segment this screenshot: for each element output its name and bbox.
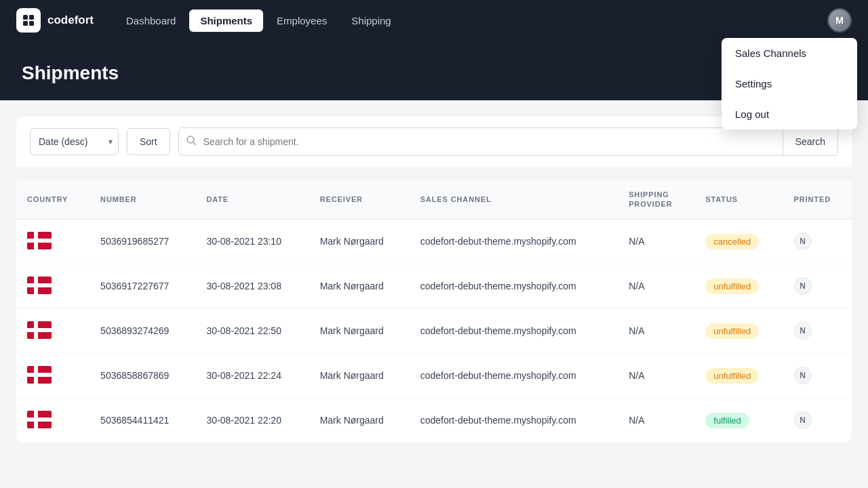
sort-select[interactable]: Date (desc) Date (asc) Number (asc) Numb…	[39, 136, 104, 147]
cell-date: 30-08-2021 22:50	[195, 308, 309, 353]
dropdown-settings[interactable]: Settings	[722, 68, 857, 99]
printed-badge: N	[794, 411, 812, 429]
table-row[interactable]: 5036858867869 30-08-2021 22:24 Mark Nørg…	[16, 353, 852, 398]
search-wrapper: Search	[178, 127, 838, 156]
avatar[interactable]: M	[827, 8, 852, 33]
cell-date: 30-08-2021 22:20	[195, 398, 309, 443]
avatar-initials: M	[829, 9, 850, 31]
col-shipping-provider: SHIPPINGPROVIDER	[618, 180, 694, 219]
cell-shipping-provider: N/A	[618, 398, 694, 443]
cell-country	[16, 219, 90, 264]
flag-dk-icon	[27, 277, 52, 294]
cell-shipping-provider: N/A	[618, 308, 694, 353]
printed-badge: N	[794, 322, 812, 340]
nav-dashboard[interactable]: Dashboard	[115, 9, 186, 32]
cell-sales-channel: codefort-debut-theme.myshopify.com	[410, 353, 618, 398]
logo-name: codefort	[47, 14, 94, 27]
printed-badge: N	[794, 232, 812, 250]
table-row[interactable]: 5036917227677 30-08-2021 23:08 Mark Nørg…	[16, 264, 852, 308]
cell-status: fulfilled	[694, 398, 783, 443]
cell-shipping-provider: N/A	[618, 353, 694, 398]
cell-sales-channel: codefort-debut-theme.myshopify.com	[410, 308, 618, 353]
cell-country	[16, 398, 90, 443]
cell-status: cancelled	[694, 219, 783, 264]
flag-dk-icon	[27, 411, 52, 428]
cell-status: unfulfilled	[694, 264, 783, 308]
nav-shipments[interactable]: Shipments	[189, 9, 263, 32]
cell-date: 30-08-2021 23:08	[195, 264, 309, 308]
cell-shipping-provider: N/A	[618, 264, 694, 308]
sort-button[interactable]: Sort	[127, 128, 170, 155]
col-date: DATE	[195, 180, 309, 219]
cell-printed: N	[783, 308, 852, 353]
col-sales-channel: SALES CHANNEL	[410, 180, 618, 219]
cell-receiver: Mark Nørgaard	[309, 264, 410, 308]
col-receiver: RECEIVER	[309, 180, 410, 219]
cell-date: 30-08-2021 22:24	[195, 353, 309, 398]
col-number: NUMBER	[90, 180, 195, 219]
svg-line-5	[193, 142, 196, 145]
cell-number: 5036854411421	[90, 398, 195, 443]
table-row[interactable]: 5036854411421 30-08-2021 22:20 Mark Nørg…	[16, 398, 852, 443]
cell-receiver: Mark Nørgaard	[309, 308, 410, 353]
cell-receiver: Mark Nørgaard	[309, 219, 410, 264]
printed-badge: N	[794, 367, 812, 384]
navbar: codefort Dashboard Shipments Employees S…	[0, 0, 868, 41]
status-badge: unfulfilled	[705, 368, 759, 384]
svg-rect-1	[29, 15, 34, 20]
flag-dk-icon	[27, 232, 52, 249]
cell-country	[16, 308, 90, 353]
logo-area[interactable]: codefort	[16, 8, 94, 33]
status-badge: cancelled	[705, 234, 759, 249]
col-printed: PRINTED	[783, 180, 852, 219]
dropdown-sales-channels[interactable]: Sales Channels	[722, 38, 857, 68]
status-badge: fulfilled	[705, 413, 749, 428]
cell-number: 5036919685277	[90, 219, 195, 264]
table-row[interactable]: 5036919685277 30-08-2021 23:10 Mark Nørg…	[16, 219, 852, 264]
col-status: STATUS	[694, 180, 783, 219]
cell-number: 5036917227677	[90, 264, 195, 308]
col-country: COUNTRY	[16, 180, 90, 219]
cell-country	[16, 264, 90, 308]
main-area: Date (desc) Date (asc) Number (asc) Numb…	[0, 100, 868, 443]
cell-printed: N	[783, 353, 852, 398]
nav-shipping[interactable]: Shipping	[340, 9, 401, 32]
cell-printed: N	[783, 264, 852, 308]
cell-printed: N	[783, 219, 852, 264]
shipments-table: COUNTRY NUMBER DATE RECEIVER SALES CHANN…	[16, 180, 852, 443]
search-icon	[179, 135, 203, 148]
nav-employees[interactable]: Employees	[266, 9, 338, 32]
svg-rect-3	[29, 21, 34, 26]
cell-status: unfulfilled	[694, 308, 783, 353]
search-input[interactable]	[203, 128, 783, 155]
printed-badge: N	[794, 277, 812, 295]
chevron-down-icon: ▾	[108, 137, 113, 146]
cell-country	[16, 353, 90, 398]
table-row[interactable]: 5036893274269 30-08-2021 22:50 Mark Nørg…	[16, 308, 852, 353]
logo-icon	[16, 8, 41, 33]
cell-sales-channel: codefort-debut-theme.myshopify.com	[410, 219, 618, 264]
flag-dk-icon	[27, 321, 52, 339]
flag-dk-icon	[27, 366, 52, 384]
cell-status: unfulfilled	[694, 353, 783, 398]
cell-printed: N	[783, 398, 852, 443]
user-dropdown: Sales Channels Settings Log out	[722, 38, 857, 129]
status-badge: unfulfilled	[705, 323, 759, 339]
shipments-table-container: COUNTRY NUMBER DATE RECEIVER SALES CHANN…	[16, 180, 852, 443]
cell-receiver: Mark Nørgaard	[309, 353, 410, 398]
cell-number: 5036858867869	[90, 353, 195, 398]
table-header-row: COUNTRY NUMBER DATE RECEIVER SALES CHANN…	[16, 180, 852, 219]
cell-shipping-provider: N/A	[618, 219, 694, 264]
dropdown-logout[interactable]: Log out	[722, 99, 857, 129]
status-badge: unfulfilled	[705, 279, 759, 294]
cell-number: 5036893274269	[90, 308, 195, 353]
search-button[interactable]: Search	[783, 128, 837, 155]
sort-select-wrapper[interactable]: Date (desc) Date (asc) Number (asc) Numb…	[30, 128, 119, 155]
cell-receiver: Mark Nørgaard	[309, 398, 410, 443]
cell-sales-channel: codefort-debut-theme.myshopify.com	[410, 398, 618, 443]
nav-links: Dashboard Shipments Employees Shipping	[115, 9, 827, 32]
svg-rect-2	[23, 21, 28, 26]
svg-rect-0	[23, 15, 28, 20]
cell-sales-channel: codefort-debut-theme.myshopify.com	[410, 264, 618, 308]
cell-date: 30-08-2021 23:10	[195, 219, 309, 264]
